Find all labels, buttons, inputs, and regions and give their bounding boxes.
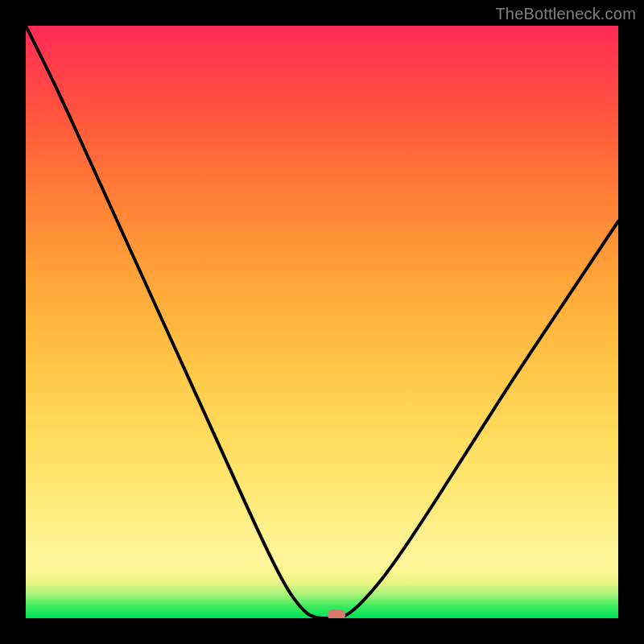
curve-svg [26,26,618,618]
plot-area [26,26,618,618]
bottleneck-curve [26,26,618,618]
attribution-text: TheBottleneck.com [495,5,636,23]
chart-stage: TheBottleneck.com [0,0,644,644]
optimum-marker [328,609,345,618]
